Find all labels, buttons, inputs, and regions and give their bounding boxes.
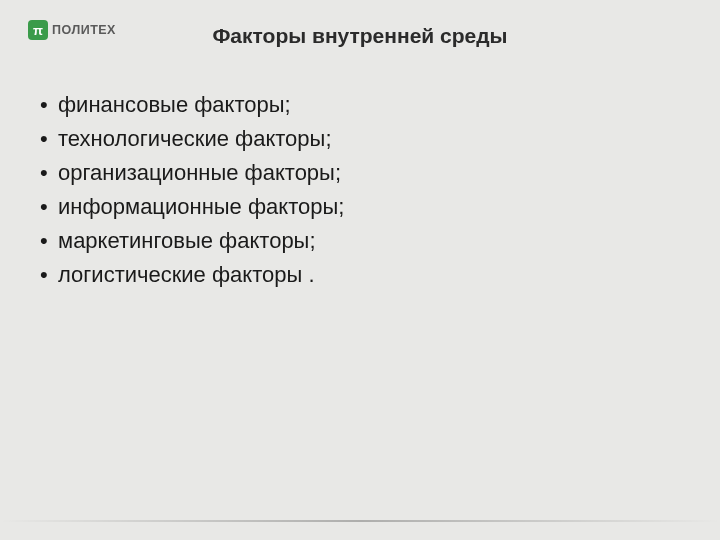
bullet-list: финансовые факторы; технологические факт… — [40, 88, 680, 293]
list-item: финансовые факторы; — [40, 88, 680, 122]
list-item: логистические факторы . — [40, 258, 680, 292]
list-item: технологические факторы; — [40, 122, 680, 156]
logo: π ПОЛИТЕХ — [28, 20, 116, 40]
content-area: финансовые факторы; технологические факт… — [0, 50, 720, 293]
list-item: маркетинговые факторы; — [40, 224, 680, 258]
logo-text: ПОЛИТЕХ — [52, 23, 116, 37]
footer-divider — [0, 520, 720, 522]
header: π ПОЛИТЕХ Факторы внутренней среды — [0, 0, 720, 50]
logo-mark-icon: π — [28, 20, 48, 40]
list-item: организационные факторы; — [40, 156, 680, 190]
list-item: информационные факторы; — [40, 190, 680, 224]
